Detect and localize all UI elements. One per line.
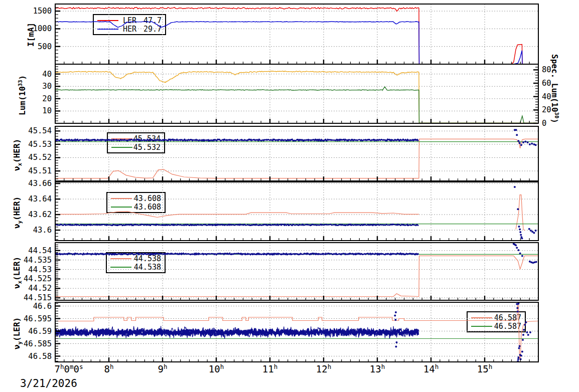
scatter-dot: [513, 243, 515, 245]
legend-value: 45.532: [133, 143, 161, 152]
scatter-dot: [514, 244, 516, 246]
gridlines: [55, 302, 538, 362]
scatter-dot: [518, 226, 520, 228]
y-tick-label: 45.51: [28, 166, 52, 175]
y-axis-title-current: I[mA]: [26, 23, 36, 47]
trace-luminosity: [55, 71, 537, 123]
y-tick-label: 1500: [33, 7, 52, 16]
y-ticks: [56, 128, 60, 179]
y-ticks: [56, 8, 60, 61]
y-tick-label: 43.6: [33, 226, 52, 235]
set-tune-swatch: [110, 258, 131, 259]
scatter-dot: [520, 236, 522, 238]
trace-measured-tune: [55, 224, 418, 226]
legend-entry: 44.538: [107, 254, 165, 263]
x-tick-label: 12h: [316, 363, 331, 374]
x-tick-label: 9h: [158, 363, 168, 374]
scatter-dot: [529, 331, 531, 333]
scatter-dot: [527, 141, 529, 143]
scatter-dot: [515, 129, 517, 131]
scatter-dot: [520, 358, 522, 360]
right-axis-title-spec-lum: Spec. Lum(1030): [550, 54, 560, 123]
scatter-dot: [517, 303, 519, 305]
legend-entry: 43.608: [107, 194, 165, 203]
y-axis-title-nu-y-her: νy(HER): [12, 197, 23, 229]
scatter-dot: [521, 255, 523, 257]
ref-tune-swatch: [111, 147, 132, 148]
scatter-dot: [519, 229, 521, 231]
scatter-dot: [519, 142, 521, 144]
legend-value: 43.608: [134, 203, 161, 212]
scatter-dot: [533, 143, 535, 145]
trace-specific-luminosity: [55, 87, 537, 123]
legend-entry: LER 47.7: [94, 16, 165, 25]
scatter-dot: [519, 253, 521, 255]
right-tick-label: 0: [542, 119, 546, 128]
y-tick-label: 43.66: [28, 179, 52, 188]
y-tick-label: 45.53: [28, 140, 52, 149]
scatter-dot: [530, 261, 532, 263]
scatter-dot: [522, 141, 524, 143]
scatter-dot: [535, 230, 537, 232]
x-tick-label: 11h: [262, 363, 277, 374]
legend-value: 29.7: [143, 25, 162, 34]
x-tick-label: 13h: [370, 363, 385, 374]
y-tick-label: 46.58: [28, 352, 52, 361]
scatter-dot: [532, 262, 534, 264]
x-tick-label: 15h: [477, 363, 492, 374]
y-axis-title-nu-x-her: νx(HER): [12, 139, 23, 171]
scatter-dot: [519, 354, 521, 356]
legend-entry: 45.534: [108, 134, 164, 143]
y-tick-label: 43.62: [28, 210, 52, 219]
scatter-dot: [517, 140, 519, 142]
panel-frame: [55, 302, 538, 362]
trace-measured-tune: [55, 224, 418, 226]
legend-entry: 46.587: [468, 313, 525, 322]
ler-line-swatch: [97, 20, 118, 21]
y-tick-label: 40: [42, 70, 52, 79]
scatter-dot: [522, 339, 524, 341]
legend-nu-x-her: 45.534 45.532: [107, 132, 165, 153]
scatter-dot: [531, 231, 533, 233]
legend-nu-y-ler: 46.587 46.587: [467, 311, 526, 332]
panel-luminosity: 10203040020406080: [42, 64, 551, 128]
legend-entry: HER 29.7: [94, 25, 165, 33]
scatter-dot: [517, 356, 519, 358]
legend-value: 46.587: [494, 313, 521, 322]
legend-value: 44.538: [134, 263, 161, 272]
y-axis-title-nu-y-ler: νy(LER): [12, 317, 23, 349]
plot-canvas: 500100015001020304002040608045.5145.5245…: [0, 0, 579, 392]
scatter-dot: [516, 134, 518, 136]
legend-nu-x-ler: 44.538 44.538: [106, 252, 166, 273]
x-ticks: [64, 236, 529, 240]
legend-value: 46.587: [494, 322, 521, 331]
scatter-dot: [520, 234, 522, 236]
legend-value: 47.7: [143, 16, 162, 25]
trace-measured-tune: [55, 329, 418, 336]
scatter-dot: [519, 231, 521, 233]
y-ticks: [56, 183, 60, 240]
y-tick-label: 45.52: [28, 153, 52, 162]
scatter-dot: [394, 319, 396, 321]
y-tick-label: 46.585: [24, 339, 52, 348]
scatter-dot: [524, 141, 526, 143]
her-line-swatch: [97, 29, 118, 30]
x-tick-label: 14h: [423, 363, 439, 374]
scatter-dot: [518, 347, 520, 349]
panel-frame: [55, 64, 538, 123]
scatter-dot: [514, 186, 516, 188]
scatter-dot: [517, 208, 519, 210]
scatter-dot: [526, 331, 528, 333]
scatter-dot: [517, 249, 519, 251]
scatter-dot: [517, 358, 519, 360]
scatter-dot: [521, 237, 523, 239]
legend-nu-y-her: 43.608 43.608: [106, 192, 166, 213]
tune-monitor-figure: LER 47.7 HER 29.7 45.534 45.532 43.608 4…: [0, 0, 579, 392]
x-ticks: [64, 119, 529, 123]
set-tune-swatch: [471, 317, 492, 318]
y-tick-label: 45.54: [28, 126, 52, 135]
scatter-dot: [521, 351, 523, 353]
legend-value: 45.534: [133, 134, 161, 143]
legend-entry: 46.587: [468, 322, 525, 330]
scatter-dot: [514, 129, 516, 131]
